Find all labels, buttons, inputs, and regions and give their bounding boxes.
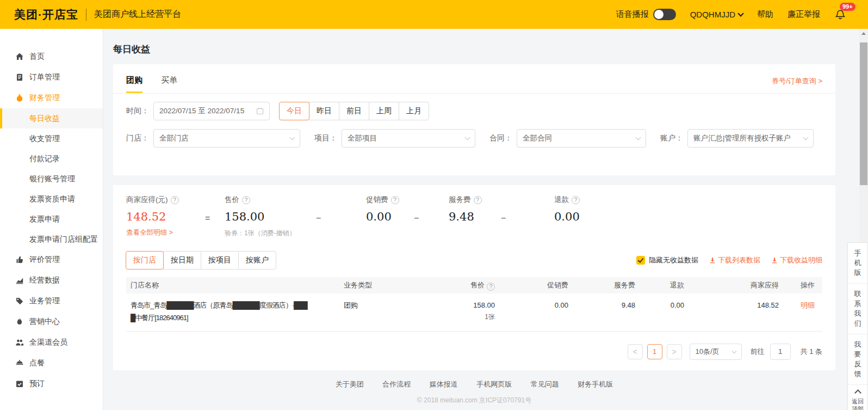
sidebar-item-finance[interactable]: 财务管理 [0,88,103,108]
store-select[interactable]: 全部门店 [153,129,300,148]
time-filter-label: 时间： [126,106,149,116]
income-value: 148.52 [126,210,205,223]
sidebar-item-home[interactable]: 首页 [0,46,103,67]
sidebar: 首页 订单管理 财务管理 每日收益 收支管理 付款记录 银行账号管理 发票资质申… [0,29,103,410]
download-list-link[interactable]: 下载列表数据 [709,255,760,265]
integrity-report-link[interactable]: 廉正举报 [788,9,820,20]
question-icon[interactable]: ? [474,196,482,204]
sidebar-item-payment-records[interactable]: 付款记录 [0,149,103,169]
page-number-1[interactable]: 1 [647,344,662,359]
group-by-project-button[interactable]: 按项目 [201,251,239,270]
account-filter-label: 账户： [660,133,683,143]
page-size-select[interactable]: 10条/页 [690,344,742,360]
notification-bell[interactable]: 99+ [834,9,846,21]
sidebar-item-invoice-store-config[interactable]: 发票申请门店组配置 [0,229,103,249]
coupon-order-query-link[interactable]: 券号/订单查询 > [772,76,822,93]
sidebar-item-label: 业务管理 [29,296,60,306]
sidebar-item-daily-income[interactable]: 每日收益 [0,108,103,128]
date-range-input[interactable]: 2022/07/15 至 2022/07/15 [153,102,270,120]
footer-link-mobile-web[interactable]: 手机网页版 [476,380,512,388]
coupon-qty: 1张 [431,311,495,323]
sidebar-item-business-mgmt[interactable]: 业务管理 [0,291,103,311]
footer-link-about[interactable]: 关于美团 [336,380,364,388]
quick-yesterday-button[interactable]: 昨日 [309,102,339,120]
quick-lastmonth-button[interactable]: 上月 [399,102,429,120]
pagination: < 1 > 10条/页 前往 共 1 条 [126,344,822,360]
store-filter-label: 门店： [126,133,149,143]
question-icon[interactable]: ? [171,196,179,204]
mobile-version-tab[interactable]: 手机版 [848,243,867,284]
sidebar-item-business-data[interactable]: 经营数据 [0,270,103,291]
group-by-account-button[interactable]: 按账户 [238,251,276,270]
project-select[interactable]: 全部项目 [342,129,475,148]
sidebar-item-income-expense[interactable]: 收支管理 [0,128,103,149]
tab-paybill[interactable]: 买单 [161,75,177,93]
group-by-date-button[interactable]: 按日期 [163,251,201,270]
sidebar-item-members[interactable]: 全渠道会员 [0,332,103,353]
next-page-button[interactable]: > [667,344,682,359]
back-to-top-button[interactable]: 返回顶部 [848,385,867,410]
chevron-down-icon [803,135,809,140]
sidebar-item-label: 预订 [29,379,45,389]
page-title: 每日收益 [113,43,868,56]
footer-link-finance-mobile[interactable]: 财务手机版 [578,380,613,388]
sidebar-item-reviews[interactable]: 评价管理 [0,249,103,270]
sidebar-item-invoice-qualification[interactable]: 发票资质申请 [0,189,103,209]
sidebar-item-label: 评价管理 [29,255,60,265]
group-by-tabs: 按门店 按日期 按项目 按账户 [126,251,276,270]
help-link[interactable]: 帮助 [757,9,773,20]
contract-select[interactable]: 全部合同 [517,129,646,148]
col-action: 操作 [779,280,816,290]
sidebar-item-booking[interactable]: 预订 [0,374,103,394]
question-icon[interactable]: ? [487,283,495,291]
hide-no-income-checkbox[interactable] [636,256,645,265]
footer-link-media[interactable]: 媒体报道 [430,380,458,388]
sidebar-item-ordering[interactable]: 点餐 [0,353,103,374]
project-filter-label: 项目： [314,133,337,143]
question-icon[interactable]: ? [572,196,580,204]
flame-icon [15,317,24,326]
calendar-check-icon [15,380,24,388]
group-by-store-button[interactable]: 按门店 [126,251,164,270]
coupon-verify-note: 验券：1张（消费-撤销） [225,229,316,238]
quick-today-button[interactable]: 今日 [279,102,309,120]
feedback-tab[interactable]: 我要反馈 [848,334,867,385]
question-icon[interactable]: ? [242,196,250,204]
account-menu[interactable]: QDQHMJJD [690,10,743,19]
sidebar-item-label: 订单管理 [29,72,60,82]
table-row: 青岛市_青岛██████酒店（原青岛██████度假酒店）·███ █中餐厅[1… [126,293,822,332]
service-fee-value: 9.48 [449,210,501,223]
view-all-detail-link[interactable]: 查看全部明细 > [126,228,205,237]
quick-lastweek-button[interactable]: 上周 [369,102,399,120]
detail-action-link[interactable]: 明细 [801,301,815,309]
chevron-down-icon [290,135,295,140]
hide-no-income-label: 隐藏无收益数据 [649,255,698,265]
prev-page-button[interactable]: < [628,344,643,359]
quick-daybefore-button[interactable]: 前日 [339,102,369,120]
tab-groupbuy[interactable]: 团购 [126,75,142,93]
sidebar-item-orders[interactable]: 订单管理 [0,67,103,88]
contact-us-tab[interactable]: 联系我们 [848,284,867,334]
sidebar-item-bank-accounts[interactable]: 银行账号管理 [0,169,103,189]
goto-page-input[interactable] [770,344,791,360]
main-content: 每日收益 团购 买单 券号/订单查询 > 时间： 2022/07/15 至 20… [103,29,868,410]
total-count: 共 1 条 [801,347,822,357]
chevron-down-icon [465,135,470,140]
footer-link-faq[interactable]: 常见问题 [531,380,559,388]
col-service-fee: 服务费 [568,280,635,290]
notification-badge: 99+ [840,3,855,11]
sidebar-item-marketing[interactable]: 营销中心 [0,311,103,332]
price-label: 售价 [225,195,239,205]
voice-broadcast-toggle[interactable] [653,9,676,20]
scrollbar-up-arrow[interactable] [859,29,868,38]
top-header: 美团·开店宝 美团商户线上经营平台 语音播报 QDQHMJJD 帮助 廉正举报 … [0,0,868,29]
question-icon[interactable]: ? [391,196,399,204]
scrollbar-thumb[interactable] [860,42,867,185]
minus-sign: − [316,195,366,238]
footer-link-cooperation[interactable]: 合作流程 [382,380,411,388]
download-detail-link[interactable]: 下载收益明细 [771,255,822,265]
sidebar-item-invoice-apply[interactable]: 发票申请 [0,209,103,229]
sidebar-item-label: 经营数据 [29,276,60,285]
account-select[interactable]: 账户汇总|管理所有授权子账户 [687,129,814,148]
sidebar-item-label: 财务管理 [29,93,60,103]
